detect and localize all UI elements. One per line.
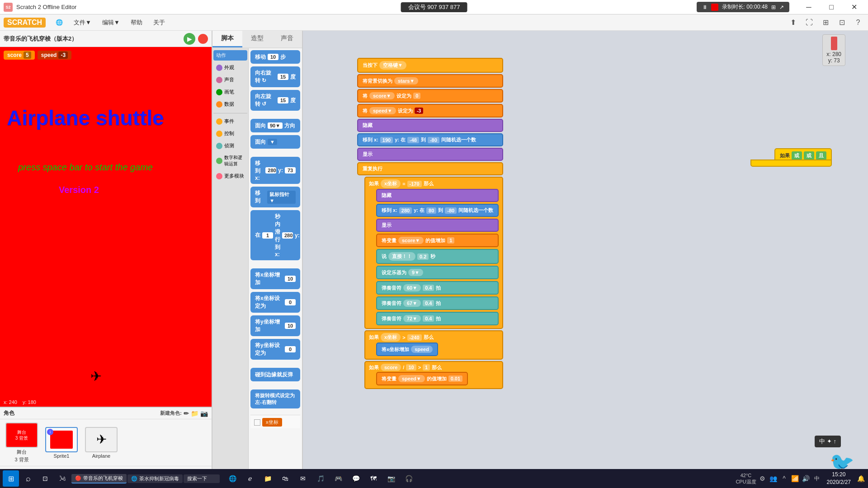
- tray-settings[interactable]: ⚙: [758, 474, 767, 483]
- cb-repeat[interactable]: 重复执行: [357, 162, 503, 175]
- upload-icon[interactable]: ⬆: [787, 16, 799, 29]
- block-set-x[interactable]: 将x坐标设定为 0: [250, 292, 300, 313]
- green-flag-button[interactable]: ▶: [184, 33, 195, 45]
- stop-button[interactable]: [198, 34, 208, 44]
- cb-if-score-block[interactable]: 如果 score / 10 > 1 那么 将变量 speed▼ 的值增加 0.0…: [364, 361, 503, 389]
- block-rotation-style[interactable]: 将旋转模式设定为 左-右翻转: [250, 389, 300, 408]
- tray-users[interactable]: 👥: [769, 474, 778, 483]
- minimize-button[interactable]: ─: [798, 0, 819, 14]
- tray-volume[interactable]: 🔊: [802, 474, 811, 483]
- stage-sprite-item[interactable]: 舞台3 背景 舞台 3 背景: [4, 422, 40, 463]
- taskbar-map[interactable]: 🗺: [365, 470, 382, 487]
- tab-script[interactable]: 脚本: [212, 31, 242, 47]
- expand-icon[interactable]: ↗: [779, 4, 784, 10]
- menu-about[interactable]: 关于: [149, 17, 170, 28]
- help-icon[interactable]: ?: [852, 16, 864, 29]
- cb-goto-random1[interactable]: 移到 x: 190 y: 在 -48 到 -80 间随机选一个数: [357, 133, 503, 146]
- block-goto[interactable]: 移到 鼠标指针▼: [250, 187, 300, 207]
- block-face-direction[interactable]: 面向 90▼ 方向: [250, 119, 300, 132]
- block-glide[interactable]: 在 1 秒内滑行到 x: 280 y:: [250, 210, 300, 260]
- record-icon[interactable]: ⊞: [771, 4, 776, 10]
- paint-sprite-icon[interactable]: ✏: [184, 410, 189, 417]
- cb-set-score[interactable]: 将 score▼ 设定为 0: [357, 89, 503, 103]
- close-button[interactable]: ✕: [844, 0, 864, 14]
- cb-hide2[interactable]: 隐藏: [376, 189, 499, 202]
- taskbar-ie[interactable]: 🌐: [224, 470, 241, 487]
- search-button[interactable]: ⌕: [20, 470, 36, 487]
- cb-hide1[interactable]: 隐藏: [357, 119, 503, 132]
- taskbar-music[interactable]: 🎵: [312, 470, 329, 487]
- cat-sound[interactable]: 声音: [213, 75, 247, 85]
- x-var-label[interactable]: x坐标: [262, 418, 282, 427]
- tray-network[interactable]: 📶: [791, 474, 800, 483]
- start-button[interactable]: ⊞: [3, 470, 19, 487]
- cb-change-score[interactable]: 将变量 score▼ 的值增加 1: [376, 234, 499, 247]
- cat-motion[interactable]: 动作: [213, 50, 247, 61]
- fullscreen-icon[interactable]: ⛶: [803, 16, 816, 29]
- block-turn-left[interactable]: 向左旋转 ↺ 15 度: [250, 90, 300, 111]
- taskbar-app2[interactable]: 🎧: [401, 470, 417, 487]
- block-move[interactable]: 移动 10 步: [250, 50, 300, 64]
- stop-icon[interactable]: [711, 4, 718, 11]
- cb-show2[interactable]: 显示: [376, 219, 499, 232]
- cb-say[interactable]: 说 直接！！ 0.2 秒: [376, 249, 499, 264]
- cb-if-x2-block[interactable]: 如果 x坐标 > -240 那么 将x坐标增加 speed: [364, 330, 503, 360]
- sprite1-item[interactable]: i Sprite1: [43, 427, 80, 459]
- tray-expand[interactable]: ^: [780, 474, 789, 483]
- taskbar-browser-app[interactable]: 🌐 茶水抑制新冠病毒: [127, 474, 183, 483]
- tray-ime[interactable]: 中: [812, 474, 821, 483]
- taskbar-scratch-app[interactable]: 🔴 带音乐的飞机穿梭: [71, 474, 127, 483]
- cb-goto-random2[interactable]: 移到 x: 280 y: 在 80 到 -80 间随机选一个数: [376, 204, 499, 217]
- translate-panel[interactable]: 中 ✦ ↑: [815, 436, 841, 447]
- camera-sprite-icon[interactable]: 📷: [200, 410, 208, 417]
- cb-show1[interactable]: 显示: [357, 148, 503, 161]
- cat-data[interactable]: 数据: [213, 99, 247, 109]
- airplane-sprite-item[interactable]: ✈ Airplane: [83, 427, 119, 459]
- taskbar-search-app[interactable]: 搜索一下: [184, 474, 220, 483]
- cat-sensing[interactable]: 侦测: [213, 141, 247, 151]
- cat-operators[interactable]: 数字和逻辑运算: [213, 153, 247, 169]
- block-bounce[interactable]: 碰到边缘就反弹: [250, 368, 300, 381]
- block-change-x[interactable]: 将x坐标增加 10: [250, 268, 300, 289]
- cb-change-speed[interactable]: 将变量 speed▼ 的值增加 0.01: [376, 372, 468, 385]
- block-face[interactable]: 面向 ▼: [250, 135, 300, 149]
- cb-change-x[interactable]: 将x坐标增加 speed: [376, 343, 438, 356]
- tab-costume[interactable]: 造型: [242, 31, 272, 47]
- cb-if-x-block[interactable]: 如果 x坐标 = -170 那么 隐藏 移到 x: 280 y: 在 80 到 …: [364, 177, 503, 329]
- cat-pen[interactable]: 画笔: [213, 87, 247, 97]
- system-clock[interactable]: 15:20 2020/2/27: [823, 471, 854, 486]
- notification-button[interactable]: 🔔: [856, 474, 865, 483]
- cat-looks[interactable]: 外观: [213, 62, 247, 73]
- upload-sprite-icon[interactable]: 📁: [191, 410, 198, 417]
- cat-control[interactable]: 控制: [213, 128, 247, 139]
- cat-events[interactable]: 事件: [213, 116, 247, 127]
- taskbar-weixin[interactable]: 💬: [348, 470, 364, 487]
- menu-edit[interactable]: 编辑▼: [98, 17, 124, 28]
- menu-help[interactable]: 帮助: [126, 17, 147, 28]
- cat-more[interactable]: 更多模块: [213, 171, 247, 181]
- taskbar-mail[interactable]: ✉: [295, 470, 311, 487]
- shrink-icon[interactable]: ⊡: [835, 16, 848, 29]
- grid-icon[interactable]: ⊞: [819, 16, 832, 29]
- taskbar-edge[interactable]: ℯ: [242, 470, 258, 487]
- block-turn-right[interactable]: 向右旋转 ↻ 15 度: [250, 66, 300, 87]
- taskbar-camera[interactable]: 📷: [383, 470, 399, 487]
- menu-file[interactable]: 文件▼: [69, 17, 96, 28]
- cb-set-instrument[interactable]: 设定乐器为 9▼: [376, 266, 499, 279]
- task-view-button[interactable]: ⊡: [37, 470, 53, 487]
- block-set-y[interactable]: 将y坐标设定为 0: [250, 339, 300, 360]
- cortana-button[interactable]: 🌬: [54, 470, 71, 487]
- taskbar-store[interactable]: 🛍: [277, 470, 293, 487]
- cb-set-speed[interactable]: 将 speed▼ 设定为 -3: [357, 104, 503, 117]
- cb-switch-bg[interactable]: 将背景切换为 stars▼: [357, 74, 503, 88]
- block-goto-xy[interactable]: 移到 x: 280 y: 73: [250, 157, 300, 184]
- globe-icon[interactable]: 🌐: [51, 17, 67, 28]
- code-area[interactable]: x: 280 y: 73 当按下 空格键▼ 将背景切换为 stars▼ 将 sc…: [303, 31, 868, 488]
- cb-play-note1[interactable]: 弹奏音符 60▼ 0.4 拍: [376, 281, 499, 295]
- cb-when-key[interactable]: 当按下 空格键▼: [357, 58, 503, 73]
- taskbar-folder[interactable]: 📁: [259, 470, 276, 487]
- cb-play-note3[interactable]: 弹奏音符 72▼ 0.4 拍: [376, 312, 499, 325]
- taskbar-games[interactable]: 🎮: [330, 470, 346, 487]
- maximize-button[interactable]: □: [821, 0, 842, 14]
- x-var-checkbox[interactable]: [254, 419, 260, 426]
